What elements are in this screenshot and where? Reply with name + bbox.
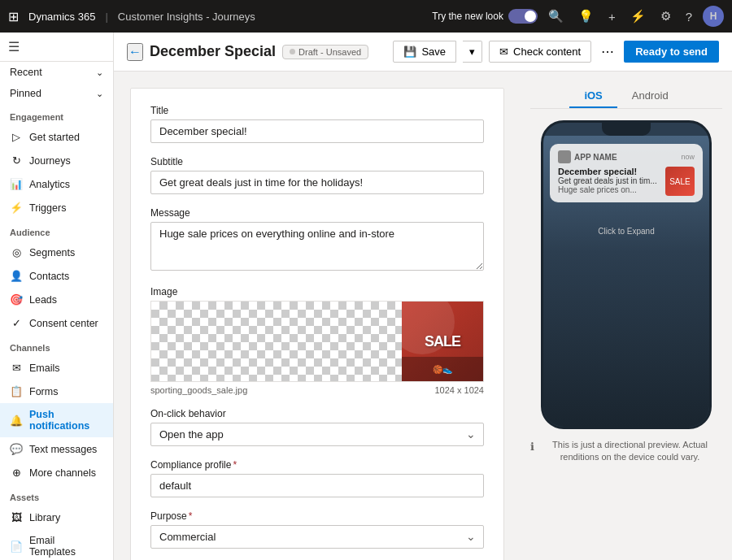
text-messages-icon: 💬	[10, 443, 23, 455]
new-look-toggle[interactable]	[508, 9, 538, 24]
more-options-button[interactable]: ⋯	[598, 41, 617, 63]
message-field-group: Message	[150, 207, 484, 273]
onclick-select[interactable]: Open the app Open URL Deep link	[150, 423, 484, 446]
subtitle-label: Subtitle	[150, 156, 484, 167]
sidebar-item-email-templates[interactable]: 📄 Email Templates	[0, 529, 113, 560]
compliance-input[interactable]	[150, 474, 484, 497]
hamburger-icon[interactable]: ☰	[8, 40, 20, 54]
email-templates-icon: 📄	[10, 540, 23, 553]
sidebar-item-label: Emails	[29, 362, 60, 374]
compliance-field-group: Compliance profile*	[150, 459, 484, 497]
compliance-required: *	[233, 459, 237, 471]
sidebar-item-journeys[interactable]: ↻ Journeys	[0, 149, 113, 172]
form-card: Title Subtitle Message Image	[130, 88, 504, 560]
filter-icon[interactable]: ⚡	[626, 9, 650, 24]
sidebar-item-get-started[interactable]: ▷ Get started	[0, 125, 113, 149]
tab-ios[interactable]: iOS	[569, 85, 617, 108]
segments-icon: ◎	[10, 246, 23, 258]
settings-icon[interactable]: ⚙	[656, 9, 675, 24]
sidebar-item-library[interactable]: 🖼 Library	[0, 506, 113, 529]
recent-collapse[interactable]: Recent ⌄	[0, 62, 113, 83]
sidebar-item-label: Library	[29, 512, 60, 523]
push-notifications-icon: 🔔	[10, 415, 23, 427]
image-label: Image	[150, 286, 484, 297]
image-meta: sporting_goods_sale.jpg 1024 x 1024	[150, 385, 484, 395]
title-input[interactable]	[150, 119, 484, 143]
help-icon[interactable]: ?	[682, 10, 696, 24]
sidebar-item-label: More channels	[29, 467, 96, 479]
top-navigation-bar: ⊞ Dynamics 365 | Customer Insights - Jou…	[0, 0, 732, 33]
sidebar-item-label: Text messages	[29, 444, 97, 455]
form-panel: Title Subtitle Message Image	[114, 72, 521, 560]
app-subtitle: Customer Insights - Journeys	[118, 11, 255, 23]
subtitle-input[interactable]	[150, 171, 484, 194]
notification-card: APP NAME now December special! Get great…	[550, 144, 703, 202]
add-icon[interactable]: +	[604, 10, 620, 24]
message-label: Message	[150, 207, 484, 219]
notification-header: APP NAME now	[558, 150, 695, 163]
save-button[interactable]: 💾 Save	[393, 41, 456, 63]
contacts-icon: 👤	[10, 270, 23, 282]
engagement-section-label: Engagement	[0, 104, 113, 125]
sidebar-item-segments[interactable]: ◎ Segments	[0, 241, 113, 264]
compliance-label: Compliance profile*	[150, 459, 484, 471]
analytics-icon: 📊	[10, 178, 23, 190]
onclick-select-wrapper: Open the app Open URL Deep link	[150, 423, 484, 446]
purpose-required: *	[189, 510, 193, 522]
user-avatar[interactable]: H	[703, 6, 724, 27]
page-title: December Special	[150, 43, 276, 60]
notification-time: now	[681, 153, 695, 161]
sidebar-item-leads[interactable]: 🎯 Leads	[0, 288, 113, 311]
sidebar-item-emails[interactable]: ✉ Emails	[0, 356, 113, 380]
apps-grid-icon[interactable]: ⊞	[8, 9, 19, 24]
back-button[interactable]: ←	[127, 43, 143, 61]
sidebar-item-label: Push notifications	[29, 409, 103, 432]
pinned-chevron-icon: ⌄	[96, 89, 103, 99]
sidebar-item-push-notifications[interactable]: 🔔 Push notifications	[0, 403, 113, 437]
triggers-icon: ⚡	[10, 202, 23, 214]
journeys-icon: ↻	[10, 154, 23, 167]
sidebar-item-label: Contacts	[29, 271, 69, 282]
click-to-expand[interactable]: Click to Expand	[598, 227, 654, 236]
library-icon: 🖼	[10, 511, 23, 523]
image-placeholder[interactable]: SALE 🏀👟	[150, 301, 484, 382]
notification-body: December special! Get great deals just i…	[558, 167, 695, 196]
message-textarea[interactable]	[150, 222, 484, 271]
sidebar-item-analytics[interactable]: 📊 Analytics	[0, 172, 113, 196]
audience-section-label: Audience	[0, 219, 113, 241]
try-new-look[interactable]: Try the new look	[432, 9, 538, 24]
check-content-icon: ✉	[499, 46, 508, 58]
lightbulb-icon[interactable]: 💡	[574, 9, 598, 24]
check-content-button[interactable]: ✉ Check content	[489, 41, 591, 63]
search-icon[interactable]: 🔍	[544, 9, 568, 24]
notification-subtitle: Get great deals just in tim...	[558, 176, 660, 185]
sale-image-visual: SALE 🏀👟	[402, 302, 483, 381]
sidebar-item-contacts[interactable]: 👤 Contacts	[0, 264, 113, 288]
tab-android[interactable]: Android	[617, 85, 683, 108]
purpose-field-group: Purpose* Commercial Transactional	[150, 510, 484, 549]
notification-app-icon	[558, 150, 571, 163]
try-new-look-label: Try the new look	[432, 11, 503, 22]
notification-app-name: APP NAME	[558, 150, 617, 163]
info-circle-icon: ℹ	[530, 440, 534, 454]
sidebar-item-forms[interactable]: 📋 Forms	[0, 380, 113, 403]
consent-icon: ✓	[10, 317, 23, 329]
sidebar-item-label: Triggers	[29, 202, 66, 214]
sidebar-item-triggers[interactable]: ⚡ Triggers	[0, 196, 113, 219]
app-title: Dynamics 365	[28, 11, 95, 23]
sidebar-item-label: Journeys	[29, 155, 71, 167]
channels-section-label: Channels	[0, 335, 113, 356]
sidebar-item-more-channels[interactable]: ⊕ More channels	[0, 461, 113, 484]
save-dropdown-button[interactable]: ▾	[463, 41, 482, 63]
more-channels-icon: ⊕	[10, 467, 23, 479]
pinned-collapse[interactable]: Pinned ⌄	[0, 83, 113, 104]
ready-to-send-button[interactable]: Ready to send	[624, 41, 719, 63]
purpose-label: Purpose*	[150, 510, 484, 522]
sidebar-item-consent-center[interactable]: ✓ Consent center	[0, 311, 113, 335]
get-started-icon: ▷	[10, 131, 23, 143]
purpose-select[interactable]: Commercial Transactional	[150, 525, 484, 549]
content-area: ← December Special Draft - Unsaved 💾 Sav…	[114, 33, 732, 560]
save-label: Save	[421, 46, 446, 58]
save-dropdown-chevron-icon: ▾	[469, 46, 475, 58]
sidebar-item-text-messages[interactable]: 💬 Text messages	[0, 437, 113, 461]
